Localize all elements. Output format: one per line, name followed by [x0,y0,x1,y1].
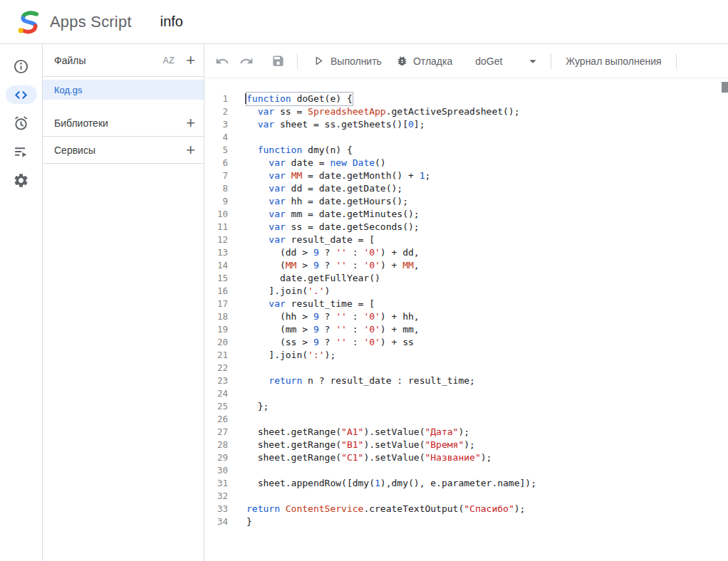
code-line[interactable]: 7 var MM = date.getMonth() + 1; [204,169,728,182]
line-number[interactable]: 15 [204,272,228,285]
line-number[interactable]: 13 [204,246,228,259]
line-number[interactable]: 30 [204,464,228,477]
line-number[interactable]: 25 [204,400,228,413]
line-number[interactable]: 4 [204,131,228,144]
services-section[interactable]: Сервисы + [43,137,204,164]
nav-executions[interactable] [6,142,37,161]
line-number[interactable]: 9 [204,195,228,208]
code-line[interactable]: 34} [204,515,728,528]
code-icon [13,87,29,103]
code-line[interactable]: 13 (dd > 9 ? '' : '0') + dd, [204,246,728,259]
code-line[interactable]: 6 var date = new Date() [204,157,728,169]
line-number[interactable]: 19 [204,323,228,336]
code-line[interactable]: 20 (ss > 9 ? '' : '0') + ss [204,336,728,349]
code-line[interactable]: 30 [204,464,728,477]
line-number[interactable]: 24 [204,387,228,400]
code-line[interactable]: 3 var sheet = ss.getSheets()[0]; [204,118,728,131]
scrollbar-marker[interactable] [722,82,728,93]
file-item[interactable]: Код.gs [43,80,204,100]
line-number[interactable]: 1 [204,93,228,105]
function-selector[interactable]: doGet [468,49,544,73]
code-line[interactable]: 17 var result_time = [ [204,298,728,310]
code-line[interactable]: 29 sheet.getRange("C1").setValue("Назван… [204,451,728,464]
code-line[interactable]: 9 var hh = date.getHours(); [204,195,728,208]
nav-editor[interactable] [6,85,37,104]
project-title[interactable]: info [160,14,183,30]
executions-icon [13,144,29,160]
code-line-content: sheet.getRange("A1").setValue("Дата"); [246,426,469,439]
code-line[interactable]: 4 [204,131,728,144]
apps-script-logo[interactable]: Apps Script [16,9,132,35]
code-line[interactable]: 18 (hh > 9 ? '' : '0') + hh, [204,310,728,323]
code-line[interactable]: 14 (MM > 9 ? '' : '0') + MM, [204,259,728,272]
code-line[interactable]: 8 var dd = date.getDate(); [204,182,728,195]
line-number[interactable]: 11 [204,221,228,234]
add-service-button[interactable]: + [186,144,195,157]
line-number[interactable]: 12 [204,234,228,246]
code-line-content: (MM > 9 ? '' : '0') + MM, [246,259,420,272]
code-line[interactable]: 33return ContentService.createTextOutput… [204,503,728,515]
line-number[interactable]: 2 [204,105,228,118]
line-number[interactable]: 14 [204,259,228,272]
code-editor[interactable]: 1function doGet(e) {2 var ss = Spreadshe… [204,78,728,561]
line-number[interactable]: 10 [204,208,228,221]
code-line[interactable]: 27 sheet.getRange("A1").setValue("Дата")… [204,426,728,439]
toolbar-separator [551,53,551,69]
line-number[interactable]: 5 [204,144,228,157]
code-line[interactable]: 21 ].join(':'); [204,349,728,362]
line-number[interactable]: 33 [204,503,228,515]
code-line[interactable]: 12 var result_date = [ [204,234,728,246]
sort-az-icon[interactable]: AZ [163,56,175,65]
line-number[interactable]: 27 [204,426,228,439]
line-number[interactable]: 3 [204,118,228,131]
code-line[interactable]: 10 var mm = date.getMinutes(); [204,208,728,221]
code-lines: 1function doGet(e) {2 var ss = Spreadshe… [204,93,728,528]
code-line[interactable]: 15 date.getFullYear() [204,272,728,285]
line-number[interactable]: 26 [204,413,228,426]
line-number[interactable]: 34 [204,515,228,528]
line-number[interactable]: 7 [204,169,228,182]
line-number[interactable]: 23 [204,374,228,387]
add-library-button[interactable]: + [186,117,195,130]
line-number[interactable]: 32 [204,490,228,503]
line-number[interactable]: 20 [204,336,228,349]
code-line[interactable]: 25 }; [204,400,728,413]
libraries-section[interactable]: Библиотеки + [43,110,204,137]
line-number[interactable]: 31 [204,477,228,490]
add-file-button[interactable]: + [186,54,195,67]
code-line[interactable]: 2 var ss = SpreadsheetApp.getActiveSprea… [204,105,728,118]
code-line[interactable]: 1function doGet(e) { [204,93,728,105]
code-line[interactable]: 24 [204,387,728,400]
debug-button[interactable]: Отладка [389,49,459,73]
run-button[interactable]: Выполнить [305,49,389,73]
code-line[interactable]: 23 return n ? result_date : result_time; [204,374,728,387]
line-number[interactable]: 29 [204,451,228,464]
code-line[interactable]: 19 (mm > 9 ? '' : '0') + mm, [204,323,728,336]
file-name: Код.gs [54,85,82,95]
code-line[interactable]: 5 function dmy(n) { [204,144,728,157]
line-number[interactable]: 17 [204,298,228,310]
code-line[interactable]: 16 ].join('.') [204,285,728,298]
line-number[interactable]: 22 [204,362,228,374]
code-line[interactable]: 28 sheet.getRange("B1").setValue("Время"… [204,439,728,451]
undo-button[interactable] [210,49,234,73]
line-number[interactable]: 21 [204,349,228,362]
nav-settings[interactable] [6,171,37,189]
code-line[interactable]: 22 [204,362,728,374]
line-number[interactable]: 28 [204,439,228,451]
line-number[interactable]: 18 [204,310,228,323]
code-line[interactable]: 11 var ss = date.getSeconds(); [204,221,728,234]
line-number[interactable]: 8 [204,182,228,195]
code-line[interactable]: 26 [204,413,728,426]
execution-log-button[interactable]: Журнал выполнения [558,49,668,73]
line-number[interactable]: 16 [204,285,228,298]
code-line[interactable]: 32 [204,490,728,503]
redo-button[interactable] [234,49,259,73]
nav-overview[interactable] [6,57,37,75]
nav-triggers[interactable] [6,114,37,132]
line-number[interactable]: 6 [204,157,228,169]
code-line[interactable]: 31 sheet.appendRow([dmy(1),dmy(), e.para… [204,477,728,490]
code-line-content: }; [246,400,269,413]
code-line-content: return n ? result_date : result_time; [246,374,475,387]
save-button[interactable] [266,49,290,73]
